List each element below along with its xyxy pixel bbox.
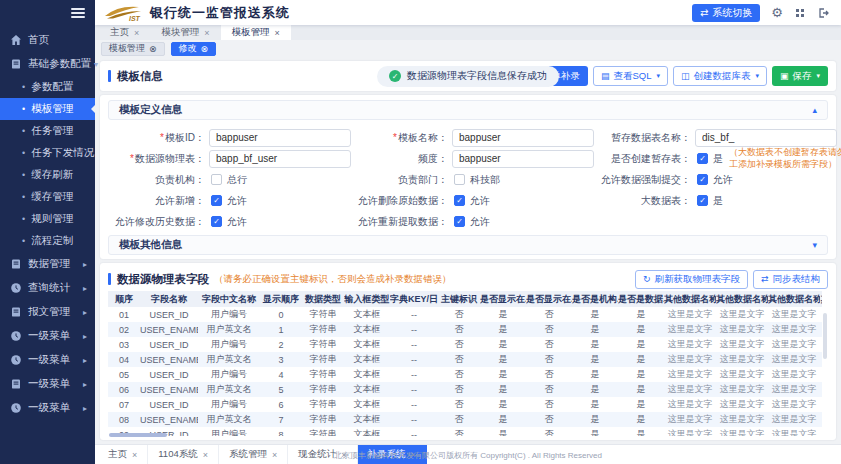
circle-close-icon[interactable]: ⊗ [149,44,157,54]
close-icon[interactable]: × [204,28,209,38]
table-row[interactable]: 03USER_ID用户编号2字符串文本框--否是否是是这里是文字这里是文字这里是… [108,337,822,352]
sql-icon: ▤ [601,71,610,81]
table-cell: 6 [260,397,302,412]
system-switch-button[interactable]: ⇄ 系统切换 [692,4,760,22]
chip-label: 修改 [179,42,197,55]
other-section-bar[interactable]: 模板其他信息 ▾ [108,235,828,255]
table-cell: 用户英文名 [198,382,260,397]
sidebar-item-首页[interactable]: 首页 [0,28,95,52]
频度-field[interactable] [452,150,594,168]
table-cell: 是 [618,337,664,352]
sidebar-item-一级菜单[interactable]: 一级菜单▸ [0,372,95,396]
sidebar-item-报文管理[interactable]: 报文管理▸ [0,300,95,324]
table-row[interactable]: 05USER_ID用户编号4字符串文本框--否是否是是这里是文字这里是文字这里是… [108,367,822,382]
sidebar-item-一级菜单[interactable]: 一级菜单▸ [0,324,95,348]
允许删除原始数据-checkbox[interactable]: ✓ [454,195,465,206]
模板名称-field[interactable] [452,129,594,147]
tab-主页[interactable]: 主页× [99,25,150,40]
sidebar-item-一级菜单[interactable]: 一级菜单▸ [0,348,95,372]
数据源物理表-field[interactable] [209,150,351,168]
sidebar-subitem-缓存管理[interactable]: •缓存管理 [0,186,95,208]
允许修改历史数据-checkbox[interactable]: ✓ [211,216,222,227]
table-row[interactable]: 01USER_ID用户编号0字符串文本框--否是否是是这里是文字这里是文字这里是… [108,307,822,322]
sidebar-item-label: 一级菜单 [28,377,70,391]
sync-structure-button[interactable]: ⇄ 同步表结构 [753,270,828,289]
table-cell: 1 [260,322,302,337]
circle-close-icon[interactable]: ⊗ [201,44,209,54]
refresh-fields-button[interactable]: ↻ 刷新获取物理表字段 [635,270,748,289]
doc-icon [10,258,22,270]
sidebar-item-一级菜单[interactable]: 一级菜单▸ [0,396,95,420]
table-cell: 文本框 [344,367,390,382]
是否创建暂存表-checkbox[interactable]: ✓ [697,153,708,164]
horizontal-scrollbar-thumb[interactable] [109,433,167,437]
table-cell: 这里是文字 [768,307,820,322]
system-tab-label: 系统管理 [229,448,267,461]
table-row[interactable]: 04USER_ENAME用户英文名3字符串文本框--否是否是是这里是文字这里是文… [108,352,822,367]
sidebar-subitem-缓存刷新[interactable]: •缓存刷新 [0,164,95,186]
sidebar-item-基础参数配置[interactable]: 基础参数配置▾ [0,52,95,76]
table-cell: 这里是文字 [768,367,820,382]
vertical-scrollbar[interactable] [823,313,827,428]
menu-collapse-icon[interactable] [71,8,85,18]
route-chip-模板管理[interactable]: 模板管理⊗ [101,42,165,56]
负责机构-checkbox[interactable] [211,174,222,185]
保存-button[interactable]: ▣保存▾ [772,66,828,86]
sidebar-subitem-label: 任务管理 [31,124,73,138]
sidebar-subitem-流程定制[interactable]: •流程定制 [0,230,95,252]
table-row[interactable]: 07USER_ID用户编号6字符串文本框--否是否是是这里是文字这里是文字这里是… [108,397,822,412]
sidebar-subitem-label: 缓存管理 [31,190,73,204]
sidebar-item-label: 查询统计 [28,281,70,295]
chevron-right-icon: ▸ [80,356,87,365]
sidebar-subitem-任务下发情况[interactable]: •任务下发情况 [0,142,95,164]
system-tab-系统管理[interactable]: 系统管理× [219,445,288,464]
horizontal-scrollbar[interactable] [109,433,818,437]
sidebar-subitem-任务管理[interactable]: •任务管理 [0,120,95,142]
暂存数据表名称-field[interactable] [695,129,837,147]
grid-icon[interactable] [794,7,806,19]
负责部门-checkbox[interactable] [454,174,465,185]
logout-icon[interactable] [817,7,829,19]
vertical-scrollbar-thumb[interactable] [823,313,827,359]
field-label: 负责机构： [108,173,205,187]
table-row[interactable]: 08USER_ENAME用户英文名7字符串文本框--否是否是是这里是文字这里是文… [108,412,822,427]
close-icon[interactable]: × [275,28,280,38]
gear-icon[interactable]: ⚙ [771,6,783,19]
app-logo-icon: IST [103,4,145,22]
table-cell: 是 [618,352,664,367]
允许新增-checkbox[interactable]: ✓ [211,195,222,206]
table-cell: 这里是文字 [664,397,716,412]
查看SQL-button[interactable]: ▤查看SQL▾ [593,66,668,86]
允许数据强制提交-checkbox[interactable]: ✓ [697,174,708,185]
创建数据库表-button[interactable]: ◫创建数据库表▾ [673,66,767,86]
sidebar-subitem-规则管理[interactable]: •规则管理 [0,208,95,230]
define-section-bar[interactable]: 模板定义信息 ▴ [108,100,828,120]
模板ID-field[interactable] [209,129,351,147]
table-cell [820,337,822,352]
required-star: * [160,132,164,143]
tab-模块管理[interactable]: 模块管理× [150,25,220,40]
system-tab-1104系统[interactable]: 1104系统× [148,445,219,464]
form-field-允许删除原始数据: 允许删除原始数据：✓允许 [351,190,594,211]
system-tab-主页[interactable]: 主页× [98,445,148,464]
tab-模板管理[interactable]: 模板管理× [221,25,291,40]
sidebar-subitem-参数配置[interactable]: •参数配置 [0,76,95,98]
button-label: 查看SQL [613,70,651,83]
close-icon[interactable]: × [134,28,139,38]
table-row[interactable]: 06USER_ENAME用户英文名5字符串文本框--否是否是是这里是文字这里是文… [108,382,822,397]
close-icon[interactable]: × [132,450,137,460]
column-header: 是否显示在... [526,291,572,307]
允许重新提取数据-checkbox[interactable]: ✓ [454,216,465,227]
close-icon[interactable]: × [272,450,277,460]
field-label: *数据源物理表： [108,152,205,166]
sidebar-subitem-模板管理[interactable]: •模板管理 [0,98,95,120]
大数据表-checkbox[interactable]: ✓ [697,195,708,206]
table-cell: 这里是文字 [664,322,716,337]
table-row[interactable]: 02USER_ENAME用户英文名1字符串文本框--否是否是是这里是文字这里是文… [108,322,822,337]
table-cell: 5 [260,382,302,397]
table-cell: 01 [108,307,140,322]
sidebar-item-查询统计[interactable]: 查询统计▸ [0,276,95,300]
route-chip-修改[interactable]: 修改⊗ [171,42,217,56]
close-icon[interactable]: × [203,450,208,460]
sidebar-item-数据管理[interactable]: 数据管理▸ [0,252,95,276]
